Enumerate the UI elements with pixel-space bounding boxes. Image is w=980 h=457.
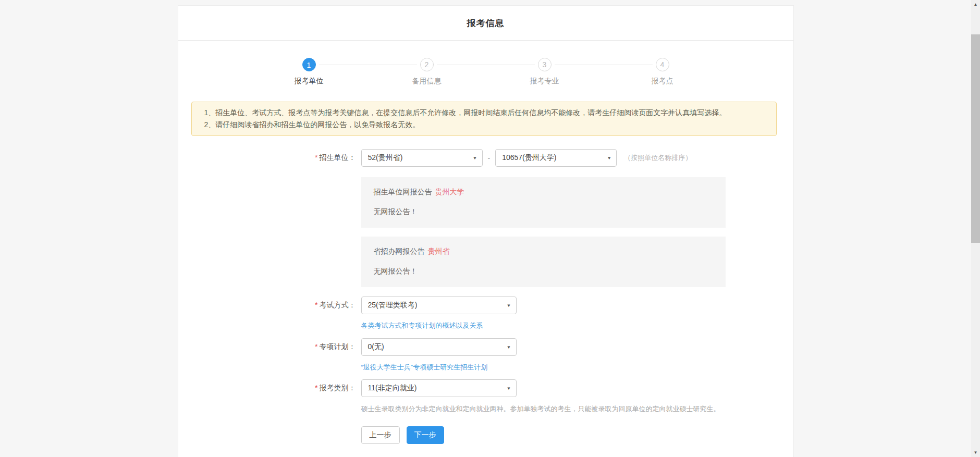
unit-announcement-panel: 招生单位网报公告贵州大学 无网报公告！ bbox=[361, 177, 726, 228]
admission-unit-row: *招生单位： 52(贵州省) ▼ - 10657(贵州大学) ▼ （按照单位名称… bbox=[178, 149, 793, 167]
category-row: *报考类别： 11(非定向就业) ▼ bbox=[178, 379, 793, 397]
special-plan-label: *专项计划： bbox=[178, 342, 356, 352]
page-background: 报考信息 1 报考单位 2 备用信息 3 报考专业 4 报考点 1、招生单位、考… bbox=[0, 5, 971, 457]
category-note: 硕士生录取类别分为非定向就业和定向就业两种。参加单独考试的考生，只能被录取为回原… bbox=[361, 404, 793, 413]
form-actions: 上一步 下一步 bbox=[361, 426, 793, 444]
step-3-label: 报考专业 bbox=[486, 77, 604, 86]
stepper-step-2-backup-info: 2 备用信息 bbox=[368, 58, 486, 86]
stepper: 1 报考单位 2 备用信息 3 报考专业 4 报考点 bbox=[250, 58, 721, 86]
category-label: *报考类别： bbox=[178, 384, 356, 393]
warning-line-2: 2、请仔细阅读省招办和招生单位的网报公告，以免导致报名无效。 bbox=[204, 119, 764, 131]
required-asterisk: * bbox=[315, 301, 317, 309]
province-announcement-body: 无网报公告！ bbox=[374, 267, 713, 276]
unit-announcement-title-line: 招生单位网报公告贵州大学 bbox=[374, 188, 713, 197]
province-announcement-link[interactable]: 贵州省 bbox=[428, 247, 450, 255]
caret-down-icon: ▼ bbox=[507, 386, 511, 391]
special-plan-select-value: 0(无) bbox=[368, 342, 384, 352]
page-title: 报考信息 bbox=[467, 17, 505, 29]
caret-down-icon: ▼ bbox=[507, 303, 511, 308]
scroll-down-button[interactable]: ▼ bbox=[971, 448, 980, 457]
step-4-label: 报考点 bbox=[604, 77, 721, 86]
scroll-up-button[interactable]: ▲ bbox=[971, 0, 980, 9]
stepper-step-4-exam-site: 4 报考点 bbox=[604, 58, 721, 86]
unit-announcement-link[interactable]: 贵州大学 bbox=[435, 188, 464, 196]
special-plan-row: *专项计划： 0(无) ▼ bbox=[178, 338, 793, 356]
caret-down-icon: ▼ bbox=[607, 156, 611, 160]
warning-notice-box: 1、招生单位、考试方式、报考点等为报考关键信息，在提交信息后不允许修改，网报时间… bbox=[191, 102, 777, 136]
exam-method-help-link[interactable]: 各类考试方式和专项计划的概述以及关系 bbox=[361, 322, 483, 329]
unit-announcement-body: 无网报公告！ bbox=[374, 207, 713, 217]
province-select-value: 52(贵州省) bbox=[368, 153, 403, 163]
exam-method-help-row: 各类考试方式和专项计划的概述以及关系 bbox=[361, 321, 793, 330]
exam-method-row: *考试方式： 25(管理类联考) ▼ bbox=[178, 297, 793, 314]
scroll-down-icon: ▼ bbox=[974, 450, 978, 455]
vertical-scrollbar[interactable]: ▲ ▼ bbox=[971, 0, 980, 457]
admission-unit-label: *招生单位： bbox=[178, 153, 356, 163]
unit-sort-hint: （按照单位名称排序） bbox=[624, 153, 692, 163]
stepper-step-3-major: 3 报考专业 bbox=[486, 58, 604, 86]
required-asterisk: * bbox=[315, 153, 317, 162]
category-select-value: 11(非定向就业) bbox=[368, 384, 417, 393]
admission-unit-controls: 52(贵州省) ▼ - 10657(贵州大学) ▼ （按照单位名称排序） bbox=[361, 149, 692, 167]
province-select[interactable]: 52(贵州省) ▼ bbox=[361, 149, 483, 167]
select-separator: - bbox=[488, 154, 491, 162]
stepper-step-1-unit: 1 报考单位 bbox=[250, 58, 368, 86]
required-asterisk: * bbox=[315, 384, 317, 392]
step-2-label: 备用信息 bbox=[368, 77, 486, 86]
special-plan-select[interactable]: 0(无) ▼ bbox=[361, 338, 517, 356]
previous-step-button[interactable]: 上一步 bbox=[361, 426, 400, 444]
warning-line-1: 1、招生单位、考试方式、报考点等为报考关键信息，在提交信息后不允许修改，网报时间… bbox=[204, 107, 764, 119]
unit-select[interactable]: 10657(贵州大学) ▼ bbox=[495, 149, 617, 167]
province-announcement-title-line: 省招办网报公告贵州省 bbox=[374, 247, 713, 256]
application-card: 报考信息 1 报考单位 2 备用信息 3 报考专业 4 报考点 1、招生单位、考… bbox=[178, 5, 794, 457]
step-2-circle: 2 bbox=[420, 58, 434, 71]
caret-down-icon: ▼ bbox=[473, 156, 477, 160]
exam-method-select[interactable]: 25(管理类联考) ▼ bbox=[361, 297, 517, 314]
card-header: 报考信息 bbox=[178, 6, 793, 41]
application-form: *招生单位： 52(贵州省) ▼ - 10657(贵州大学) ▼ （按照单位名称… bbox=[178, 149, 793, 457]
province-announcement-panel: 省招办网报公告贵州省 无网报公告！ bbox=[361, 237, 726, 287]
exam-method-label: *考试方式： bbox=[178, 301, 356, 310]
step-4-circle: 4 bbox=[656, 58, 669, 71]
exam-method-select-value: 25(管理类联考) bbox=[368, 301, 418, 310]
category-controls: 11(非定向就业) ▼ bbox=[361, 379, 517, 397]
scroll-up-icon: ▲ bbox=[974, 2, 978, 7]
step-1-circle: 1 bbox=[302, 58, 316, 71]
unit-select-value: 10657(贵州大学) bbox=[502, 153, 556, 163]
exam-method-controls: 25(管理类联考) ▼ bbox=[361, 297, 517, 314]
category-select[interactable]: 11(非定向就业) ▼ bbox=[361, 379, 517, 397]
special-plan-help-row: “退役大学生士兵”专项硕士研究生招生计划 bbox=[361, 363, 793, 372]
step-3-circle: 3 bbox=[538, 58, 552, 71]
special-plan-controls: 0(无) ▼ bbox=[361, 338, 517, 356]
required-asterisk: * bbox=[315, 342, 317, 351]
step-1-label: 报考单位 bbox=[250, 77, 368, 86]
special-plan-help-link[interactable]: “退役大学生士兵”专项硕士研究生招生计划 bbox=[361, 363, 488, 371]
scrollbar-thumb[interactable] bbox=[971, 34, 980, 243]
next-step-button[interactable]: 下一步 bbox=[407, 426, 444, 444]
caret-down-icon: ▼ bbox=[507, 345, 511, 350]
